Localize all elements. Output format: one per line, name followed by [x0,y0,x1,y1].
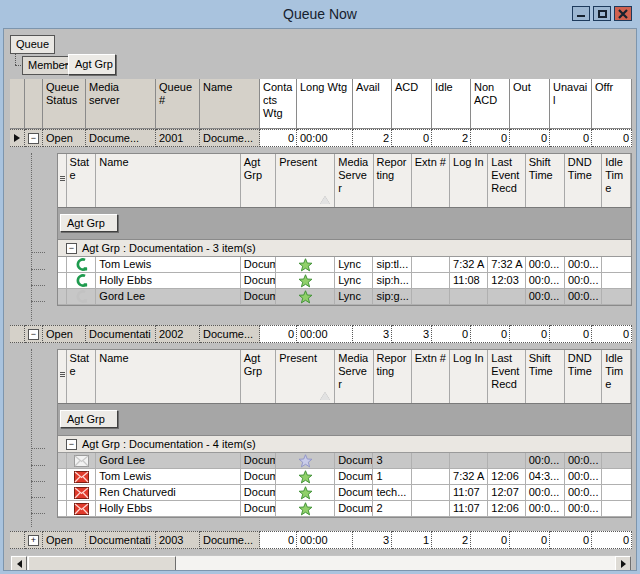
queue-cell-non_acd[interactable]: 0 [471,129,510,147]
member-column-header-extn-[interactable]: Extn # [412,154,450,207]
queue-cell-queue_number[interactable]: 2001 [156,129,200,147]
member-cell-present[interactable] [276,453,335,469]
queue-cell-contacts_wtg[interactable]: 0 [260,129,297,147]
queue-row[interactable]: −OpenDocume...2001Docume...000:002020000 [10,129,636,147]
queue-cell-status[interactable]: Open [43,531,86,549]
close-button[interactable] [614,6,632,21]
member-cell-extn[interactable] [412,273,450,289]
member-cell-agt-grp[interactable]: Docum [241,273,276,289]
member-cell-log-in[interactable] [450,453,488,469]
member-cell-last-event-recd[interactable]: 7:32 A [488,257,525,273]
collapse-row-button[interactable]: − [28,133,39,144]
member-column-header-present[interactable]: Present [276,154,335,207]
queue-cell-name[interactable]: Docume... [200,129,260,147]
group-header-row[interactable]: −Agt Grp : Documentation - 4 item(s) [58,436,631,453]
member-cell-agt-grp[interactable]: Docum [241,289,276,305]
member-cell-dnd-time[interactable]: 00:0... [565,273,602,289]
member-cell-reporting[interactable]: 3 [373,453,411,469]
scrollbar-thumb[interactable] [28,556,176,571]
member-cell-media-server[interactable]: Docum [335,453,373,469]
maximize-button[interactable] [593,6,611,21]
member-column-header-last-event-recd[interactable]: Last Event Recd [488,350,525,403]
member-column-header-present[interactable]: Present [276,350,335,403]
column-header-queue-[interactable]: Queue # [156,79,200,129]
member-cell-idle-time[interactable] [602,469,631,485]
member-row[interactable]: Holly EbbsDocumLyncsip:h...11:0812:0300:… [58,273,631,289]
member-cell-reporting[interactable]: 1 [373,469,411,485]
queue-cell-idle[interactable]: 2 [432,129,471,147]
member-cell-name[interactable]: Tom Lewis [96,469,241,485]
queue-cell-unavail[interactable]: 0 [550,325,592,343]
member-column-header-media-server[interactable]: Media Server [335,154,373,207]
member-cell-shift-time[interactable]: 00:0... [526,257,565,273]
queue-cell-acd[interactable]: 1 [392,531,432,549]
member-column-header-extn-[interactable]: Extn # [412,350,450,403]
member-cell-agt-grp[interactable]: Docum [241,485,276,501]
queue-cell-status[interactable]: Open [43,325,86,343]
member-cell-log-in[interactable]: 11:07 [450,501,488,517]
column-header-queue-status[interactable]: Queue Status [43,79,86,129]
column-header-out[interactable]: Out [510,79,550,129]
expand-row-button[interactable]: + [28,535,39,546]
column-header-unavail[interactable]: Unavail [550,79,592,129]
member-cell-shift-time[interactable]: 04:3... [526,469,565,485]
column-header-avail[interactable]: Avail [353,79,392,129]
queue-cell-non_acd[interactable]: 0 [471,325,510,343]
member-cell-dnd-time[interactable]: 00:0... [565,485,602,501]
row-selector[interactable] [10,325,25,343]
member-cell-shift-time[interactable]: 00:0... [526,501,565,517]
queue-cell-queue_number[interactable]: 2003 [156,531,200,549]
queue-cell-offr[interactable]: 0 [592,531,632,549]
member-column-header-name[interactable]: Name [96,154,240,207]
member-cell-log-in[interactable]: 11:07 [450,485,488,501]
member-cell-idle-time[interactable] [602,485,631,501]
member-cell-extn[interactable] [412,501,450,517]
group-by-agt-grp-button[interactable]: Agt Grp [60,214,118,232]
member-column-header-idle-time[interactable]: Idle Time [602,154,631,207]
member-cell-extn[interactable] [412,289,450,305]
member-cell-agt-grp[interactable]: Docum [241,257,276,273]
queue-cell-media_server[interactable]: Documentati [86,325,156,343]
member-row[interactable]: Tom LewisDocumLyncsip:tl...7:32 A7:32 A0… [58,257,631,273]
member-cell-last-event-recd[interactable]: 12:06 [488,501,525,517]
member-cell-log-in[interactable]: 7:32 A [450,469,488,485]
member-cell-reporting[interactable]: tech... [373,485,411,501]
member-cell-present[interactable] [276,257,335,273]
queue-cell-unavail[interactable]: 0 [550,129,592,147]
member-cell-present[interactable] [276,485,335,501]
member-cell-extn[interactable] [412,453,450,469]
member-row[interactable]: Holly EbbsDocumDocum211:0712:0600:0...00… [58,501,631,517]
queue-cell-status[interactable]: Open [43,129,86,147]
member-column-header-dnd-time[interactable]: DND Time [565,350,602,403]
member-cell-name[interactable]: Tom Lewis [96,257,241,273]
queue-cell-queue_number[interactable]: 2002 [156,325,200,343]
queue-cell-name[interactable]: Docume... [200,531,260,549]
member-cell-extn[interactable] [412,469,450,485]
member-cell-last-event-recd[interactable]: 12:06 [488,469,525,485]
member-column-header-shift-time[interactable]: Shift Time [526,350,565,403]
member-column-header-reporting[interactable]: Reporting [374,350,412,403]
column-header-name[interactable]: Name [200,79,260,129]
member-cell-last-event-recd[interactable]: 12:03 [488,273,525,289]
queue-cell-idle[interactable]: 2 [432,531,471,549]
member-cell-name[interactable]: Gord Lee [96,289,241,305]
member-column-header-state[interactable]: State [67,154,97,207]
queue-cell-avail[interactable]: 3 [353,325,392,343]
queue-cell-acd[interactable]: 3 [392,325,432,343]
member-cell-media-server[interactable]: Lync [335,257,373,273]
member-column-header-dnd-time[interactable]: DND Time [565,154,602,207]
member-cell-reporting[interactable]: sip:h... [373,273,411,289]
member-row[interactable]: Ren ChaturvediDocumDocumtech...11:0712:0… [58,485,631,501]
member-column-header-agt-grp[interactable]: Agt Grp [241,350,276,403]
member-cell-media-server[interactable]: Docum [335,501,373,517]
member-row[interactable]: Gord LeeDocumDocum300:0...00:0... [58,453,631,469]
member-column-header-media-server[interactable]: Media Server [335,350,373,403]
member-cell-idle-time[interactable] [602,453,631,469]
queue-cell-acd[interactable]: 0 [392,129,432,147]
member-cell-name[interactable]: Holly Ebbs [96,501,241,517]
column-header-long-wtg[interactable]: Long Wtg [297,79,353,129]
queue-cell-offr[interactable]: 0 [592,325,632,343]
member-cell-reporting[interactable]: sip:tl... [373,257,411,273]
member-row[interactable]: Gord LeeDocumLyncsip:g...00:0...00:0... [58,289,631,305]
member-cell-name[interactable]: Gord Lee [96,453,241,469]
